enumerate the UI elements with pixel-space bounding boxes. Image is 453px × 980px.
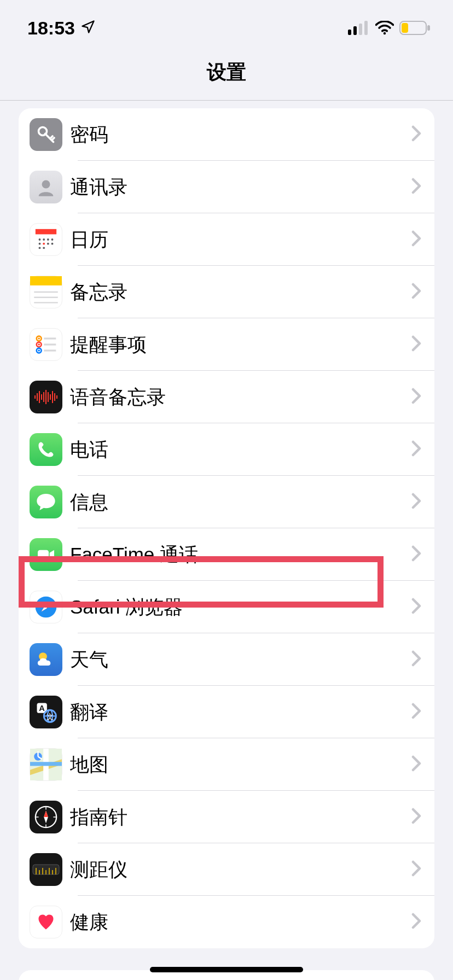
svg-rect-7 (427, 25, 430, 31)
svg-point-16 (43, 243, 45, 245)
chevron-right-icon (411, 545, 421, 564)
chevron-right-icon (411, 808, 421, 826)
svg-point-19 (39, 247, 41, 249)
row-messages[interactable]: 信息 (19, 476, 434, 528)
chevron-right-icon (411, 178, 421, 196)
svg-rect-1 (353, 26, 357, 35)
row-safari[interactable]: Safari 浏览器 (19, 581, 434, 633)
row-facetime[interactable]: FaceTime 通话 (19, 528, 434, 581)
notes-icon (30, 276, 62, 308)
svg-point-11 (39, 238, 41, 241)
row-label: 通讯录 (62, 174, 411, 200)
contacts-icon (30, 171, 62, 203)
page-title: 设置 (0, 49, 453, 101)
compass-icon (30, 801, 62, 833)
svg-point-30 (38, 349, 40, 352)
location-icon (80, 18, 96, 39)
row-label: 信息 (62, 489, 411, 515)
row-compass[interactable]: 指南针 (19, 791, 434, 843)
svg-rect-0 (348, 30, 351, 35)
status-bar: 18:53 (0, 0, 453, 49)
row-label: 日历 (62, 227, 411, 253)
svg-point-26 (38, 337, 40, 340)
svg-point-4 (384, 32, 386, 35)
chevron-right-icon (411, 860, 421, 879)
translate-icon: A文 (30, 696, 62, 728)
calendar-icon (30, 223, 62, 256)
row-contacts[interactable]: 通讯录 (19, 161, 434, 213)
messages-icon (30, 486, 62, 518)
measure-icon (30, 853, 62, 886)
row-measure[interactable]: 测距仪 (19, 843, 434, 896)
row-passwords[interactable]: 密码 (19, 108, 434, 161)
chevron-right-icon (411, 283, 421, 301)
wifi-icon (375, 21, 394, 35)
row-label: 指南针 (62, 804, 411, 830)
svg-rect-21 (30, 276, 62, 285)
row-label: Safari 浏览器 (62, 594, 411, 620)
row-voice-memos[interactable]: 语音备忘录 (19, 371, 434, 423)
weather-icon (30, 643, 62, 676)
svg-point-13 (47, 238, 49, 241)
cell-signal-icon (348, 21, 370, 35)
chevron-right-icon (411, 440, 421, 459)
svg-rect-6 (402, 23, 408, 33)
row-label: 健康 (62, 909, 411, 935)
status-left: 18:53 (27, 18, 96, 39)
svg-point-15 (39, 243, 41, 245)
row-reminders[interactable]: 提醒事项 (19, 318, 434, 371)
chevron-right-icon (411, 388, 421, 406)
svg-point-14 (51, 238, 54, 241)
chevron-right-icon (411, 650, 421, 669)
row-label: 测距仪 (62, 857, 411, 883)
row-label: 电话 (62, 437, 411, 463)
home-indicator (150, 967, 303, 972)
row-label: 语音备忘录 (62, 384, 411, 410)
chevron-right-icon (411, 598, 421, 616)
chevron-right-icon (411, 230, 421, 249)
safari-icon (30, 591, 62, 623)
svg-point-17 (47, 243, 49, 245)
maps-icon (30, 748, 62, 781)
row-label: 天气 (62, 647, 411, 673)
row-maps[interactable]: 地图 (19, 738, 434, 791)
row-label: 密码 (62, 122, 411, 148)
row-calendar[interactable]: 日历 (19, 213, 434, 266)
status-right (348, 21, 431, 35)
svg-text:A: A (39, 704, 45, 713)
svg-rect-45 (38, 550, 49, 559)
settings-group-1: 密码 通讯录 日历 备忘录 (19, 108, 434, 948)
voice-memos-icon (30, 381, 62, 413)
svg-rect-3 (364, 21, 368, 35)
row-weather[interactable]: 天气 (19, 633, 434, 686)
chevron-right-icon (411, 703, 421, 721)
facetime-icon (30, 538, 62, 571)
chevron-right-icon (411, 913, 421, 931)
svg-point-20 (43, 247, 45, 249)
status-time: 18:53 (27, 18, 75, 39)
row-label: 地图 (62, 752, 411, 778)
svg-point-28 (38, 343, 40, 346)
svg-point-9 (42, 180, 50, 189)
row-notes[interactable]: 备忘录 (19, 266, 434, 318)
row-label: 翻译 (62, 699, 411, 725)
row-translate[interactable]: A文 翻译 (19, 686, 434, 738)
row-label: FaceTime 通话 (62, 542, 411, 568)
phone-icon (30, 433, 62, 466)
chevron-right-icon (411, 335, 421, 354)
row-health[interactable]: 健康 (19, 896, 434, 948)
svg-rect-10 (36, 229, 56, 235)
svg-point-18 (51, 243, 54, 245)
battery-icon (399, 21, 431, 35)
row-label: 备忘录 (62, 279, 411, 305)
svg-text:文: 文 (47, 713, 54, 721)
svg-point-12 (43, 238, 45, 241)
row-label: 提醒事项 (62, 332, 411, 358)
health-icon (30, 906, 62, 938)
reminders-icon (30, 328, 62, 361)
chevron-right-icon (411, 125, 421, 144)
chevron-right-icon (411, 755, 421, 774)
svg-rect-2 (359, 24, 362, 35)
chevron-right-icon (411, 493, 421, 511)
row-phone[interactable]: 电话 (19, 423, 434, 476)
